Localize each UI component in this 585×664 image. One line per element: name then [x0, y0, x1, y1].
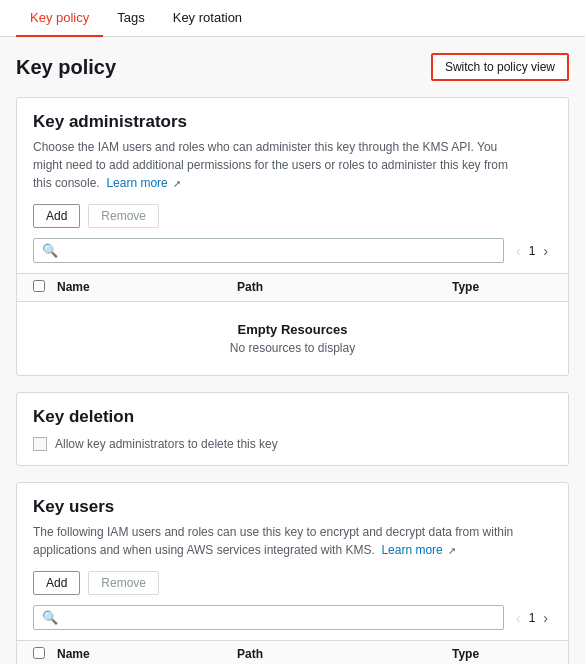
tab-key-policy[interactable]: Key policy [16, 0, 103, 37]
key-admin-search-icon: 🔍 [42, 243, 58, 258]
key-users-add-button[interactable]: Add [33, 571, 80, 595]
key-users-title: Key users [33, 497, 523, 517]
tab-bar: Key policy Tags Key rotation [0, 0, 585, 37]
key-admin-col-path: Path [237, 280, 452, 295]
key-users-search-icon: 🔍 [42, 610, 58, 625]
key-users-pagination: ‹ 1 › [512, 608, 552, 628]
key-admin-col-type: Type [452, 280, 552, 295]
external-link-icon: ➚ [173, 176, 181, 191]
key-users-col-checkbox[interactable] [33, 647, 57, 662]
tab-tags[interactable]: Tags [103, 0, 158, 37]
key-users-card: Key users The following IAM users and ro… [16, 482, 569, 664]
key-deletion-label: Allow key administrators to delete this … [55, 437, 278, 451]
key-admin-col-name: Name [57, 280, 237, 295]
key-users-header: Key users The following IAM users and ro… [17, 483, 568, 571]
key-admin-table-header: Name Path Type [17, 273, 568, 302]
key-users-search-input[interactable] [62, 611, 495, 625]
key-deletion-card: Key deletion Allow key administrators to… [16, 392, 569, 466]
key-admin-empty-title: Empty Resources [33, 322, 552, 337]
key-admin-add-button[interactable]: Add [33, 204, 80, 228]
key-administrators-card: Key administrators Choose the IAM users … [16, 97, 569, 376]
key-users-next-page-button[interactable]: › [539, 608, 552, 628]
key-administrators-description: Choose the IAM users and roles who can a… [33, 138, 523, 192]
page-body: Key policy Switch to policy view Key adm… [0, 37, 585, 664]
key-administrators-header: Key administrators Choose the IAM users … [17, 98, 568, 204]
key-users-col-name: Name [57, 647, 237, 662]
key-administrators-description-text: Choose the IAM users and roles who can a… [33, 140, 508, 190]
key-admin-select-all-checkbox[interactable] [33, 280, 45, 292]
key-users-page-number: 1 [529, 611, 536, 625]
key-administrators-title: Key administrators [33, 112, 523, 132]
key-admin-col-checkbox[interactable] [33, 280, 57, 295]
key-admin-actions: Add Remove [17, 204, 568, 238]
key-admin-pagination: ‹ 1 › [512, 241, 552, 261]
key-admin-empty-state: Empty Resources No resources to display [17, 302, 568, 375]
key-admin-desc-text: Choose the IAM users and roles who can a… [33, 140, 508, 190]
key-admin-next-page-button[interactable]: › [539, 241, 552, 261]
key-users-col-path: Path [237, 647, 452, 662]
key-users-actions: Add Remove [17, 571, 568, 605]
key-admin-search-row: 🔍 ‹ 1 › [17, 238, 568, 273]
key-users-select-all-checkbox[interactable] [33, 647, 45, 659]
key-admin-remove-button[interactable]: Remove [88, 204, 159, 228]
key-users-table-header: Name Path Type [17, 640, 568, 664]
key-admin-page-number: 1 [529, 244, 536, 258]
key-users-learn-more-link[interactable]: Learn more [381, 543, 442, 557]
key-users-remove-button[interactable]: Remove [88, 571, 159, 595]
key-users-external-link-icon: ➚ [448, 543, 456, 558]
key-deletion-checkbox-row: Allow key administrators to delete this … [33, 437, 552, 451]
key-admin-empty-sub: No resources to display [33, 341, 552, 355]
page-title: Key policy [16, 56, 116, 79]
key-users-search-wrapper[interactable]: 🔍 [33, 605, 504, 630]
key-users-col-type: Type [452, 647, 552, 662]
tab-key-rotation[interactable]: Key rotation [159, 0, 256, 37]
key-users-search-row: 🔍 ‹ 1 › [17, 605, 568, 640]
key-users-prev-page-button[interactable]: ‹ [512, 608, 525, 628]
switch-policy-view-button[interactable]: Switch to policy view [431, 53, 569, 81]
key-deletion-title: Key deletion [33, 407, 552, 427]
key-admin-prev-page-button[interactable]: ‹ [512, 241, 525, 261]
key-deletion-checkbox[interactable] [33, 437, 47, 451]
key-admin-search-input[interactable] [62, 244, 495, 258]
key-admin-learn-more-link[interactable]: Learn more [106, 176, 167, 190]
key-admin-search-wrapper[interactable]: 🔍 [33, 238, 504, 263]
key-users-description: The following IAM users and roles can us… [33, 523, 523, 559]
